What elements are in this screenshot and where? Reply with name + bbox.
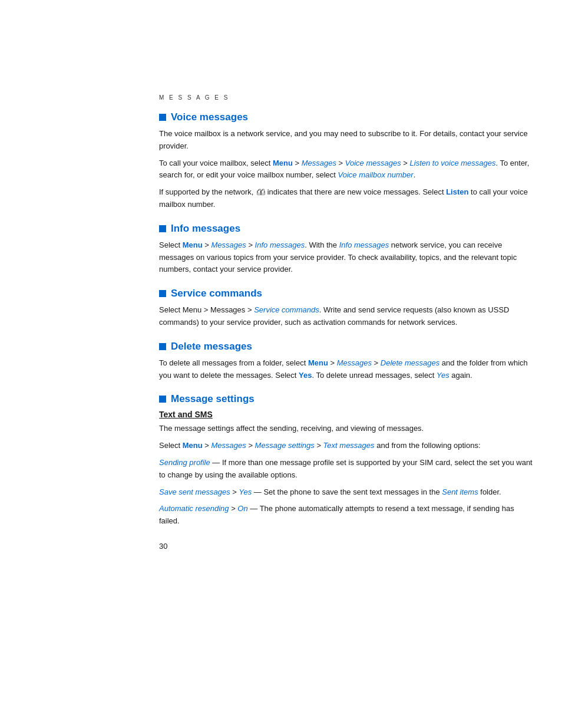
delete-messages-section: Delete messages To delete all messages f…	[159, 341, 536, 382]
service-commands-icon	[159, 290, 166, 297]
info-messages-para1: Select Menu > Messages > Info messages. …	[159, 239, 536, 276]
voice-messages-title: Voice messages	[171, 111, 248, 123]
message-settings-icon	[159, 396, 166, 403]
section-label: M e s s a g e s	[159, 94, 536, 101]
page: M e s s a g e s Voice messages The voice…	[0, 0, 562, 728]
voicemail-icon: ⎙⎙	[257, 186, 264, 199]
service-commands-title: Service commands	[171, 288, 262, 299]
message-settings-title: Message settings	[171, 393, 254, 405]
delete-messages-icon	[159, 343, 166, 350]
voice-messages-para1: The voice mailbox is a network service, …	[159, 128, 536, 153]
text-and-sms-heading: Text and SMS	[159, 410, 536, 419]
delete-messages-title: Delete messages	[171, 341, 252, 353]
page-number: 30	[159, 542, 536, 551]
content-area: M e s s a g e s Voice messages The voice…	[159, 0, 536, 598]
voice-messages-section: Voice messages The voice mailbox is a ne…	[159, 111, 536, 211]
service-commands-section: Service commands Select Menu > Messages …	[159, 288, 536, 329]
service-commands-para1: Select Menu > Messages > Service command…	[159, 304, 536, 329]
message-settings-option3: Automatic resending > On — The phone aut…	[159, 503, 536, 528]
message-settings-option2: Save sent messages > Yes — Set the phone…	[159, 486, 536, 499]
info-messages-title: Info messages	[171, 223, 240, 235]
message-settings-para2: Select Menu > Messages > Message setting…	[159, 440, 536, 452]
info-messages-heading: Info messages	[159, 223, 536, 235]
voice-messages-heading: Voice messages	[159, 111, 536, 123]
delete-messages-para1: To delete all messages from a folder, se…	[159, 357, 536, 382]
voice-messages-para3: If supported by the network, ⎙⎙ indicate…	[159, 186, 536, 211]
message-settings-heading: Message settings	[159, 393, 536, 405]
voice-messages-icon	[159, 114, 166, 121]
delete-messages-heading: Delete messages	[159, 341, 536, 353]
message-settings-section: Message settings Text and SMS The messag…	[159, 393, 536, 528]
info-messages-section: Info messages Select Menu > Messages > I…	[159, 223, 536, 276]
message-settings-option1: Sending profile — If more than one messa…	[159, 457, 536, 482]
service-commands-heading: Service commands	[159, 288, 536, 299]
voice-messages-para2: To call your voice mailbox, select Menu …	[159, 157, 536, 182]
info-messages-icon	[159, 225, 166, 232]
message-settings-para1: The message settings affect the sending,…	[159, 423, 536, 435]
